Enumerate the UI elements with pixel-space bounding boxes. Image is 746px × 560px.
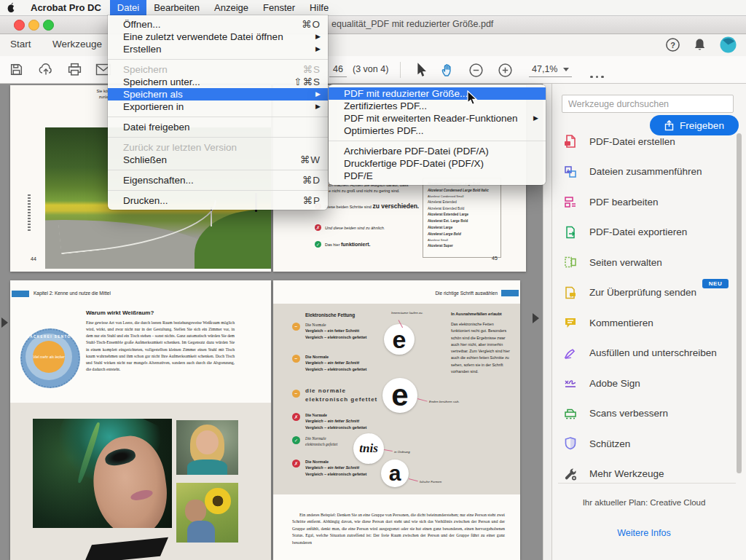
submenu-item-pdf-x[interactable]: Druckfertige PDF-Datei (PDF/X)	[329, 157, 546, 170]
share-icon	[664, 120, 674, 131]
notifications-bell-icon[interactable]	[692, 37, 707, 52]
page47-header: Die richtige Schrift auswählen	[435, 291, 498, 296]
sidebar-scrollbar[interactable]	[737, 133, 742, 473]
zoom-level-control[interactable]: 47,1%	[529, 62, 572, 77]
submenu-arrow-icon: ▶	[315, 43, 321, 55]
sidebar-item-organize-pages[interactable]: Seiten verwalten	[552, 250, 746, 275]
menu-item-drucken[interactable]: Drucken...⌘P	[108, 194, 328, 207]
mouse-cursor	[467, 90, 479, 106]
menu-item-speichern-unter[interactable]: Speichern unter...⇧⌘S	[108, 76, 328, 88]
chapter-marker	[12, 291, 29, 297]
glyph-annotation: in Ordnung	[394, 450, 410, 454]
sidebar-item-comment[interactable]: Kommentieren	[552, 310, 746, 335]
error-icon: ✗	[292, 460, 300, 468]
help-icon[interactable]: ?	[665, 37, 680, 52]
save-icon[interactable]	[9, 62, 24, 77]
more-options-icon[interactable]	[590, 68, 607, 81]
aside-heading: In Ausnahmefällen erlaubt	[451, 311, 514, 317]
menubar-item-hilfe[interactable]: Hilfe	[302, 0, 336, 15]
zoom-out-icon[interactable]	[468, 63, 484, 78]
user-avatar[interactable]	[720, 36, 737, 53]
fettung-entry: Die Normale Vergleich – ein fetter Schni…	[305, 412, 366, 430]
submenu-item-zertifiziertes-pdf[interactable]: Zertifiziertes PDF...	[329, 100, 546, 112]
submenu-item-reader-funktionen[interactable]: PDF mit erweiterten Reader-Funktionen▶	[329, 112, 546, 125]
page47-paragraph: Ein anderes Beispiel: Denken Sie an eine…	[292, 512, 505, 546]
print-icon[interactable]	[67, 62, 82, 77]
close-window-button[interactable]	[14, 20, 25, 31]
glyph-annotation: Enden berühren sich.	[429, 400, 460, 403]
glyph-circle-e1: e	[384, 324, 415, 355]
enhance-scans-icon	[563, 406, 578, 421]
toolbar-divider	[400, 62, 401, 78]
macos-menubar: Acrobat Pro DC Datei Bearbeiten Anzeige …	[0, 0, 746, 16]
check-icon: ✓	[292, 436, 300, 444]
menu-divider	[108, 59, 328, 60]
sidebar-divider	[558, 483, 736, 484]
sidebar-item-edit-pdf[interactable]: PDF bearbeiten	[552, 189, 746, 214]
save-as-submenu: PDF mit reduzierter Größe... Zertifizier…	[329, 84, 546, 185]
menu-item-exportieren-in[interactable]: Exportieren in▶	[108, 100, 328, 113]
page46-heading: Warum wirkt Weißraum?	[86, 309, 154, 316]
minimize-window-button[interactable]	[28, 20, 39, 31]
submenu-item-pdf-a[interactable]: Archivierbare PDF-Datei (PDF/A)	[329, 145, 546, 157]
menu-item-speichern-als[interactable]: Speichern als▶	[108, 88, 328, 100]
menu-divider	[108, 117, 328, 117]
page46-body: Eine gewisse Art von Leere, die durch le…	[86, 320, 235, 373]
submenu-item-pdf-reduzierte-groesse[interactable]: PDF mit reduzierter Größe...	[329, 87, 546, 100]
page-count-label: (3 von 4)	[353, 64, 388, 74]
apple-logo-icon	[7, 2, 16, 13]
sidebar-item-protect[interactable]: Schützen	[552, 431, 746, 456]
sidebar-item-fill-sign[interactable]: Ausfüllen und unterschreiben	[552, 341, 746, 366]
portrait-photo	[33, 419, 172, 528]
menu-item-zuletzt-verwendet[interactable]: Eine zuletzt verwendete Datei öffnen▶	[108, 31, 328, 43]
menubar-item-anzeige[interactable]: Anzeige	[207, 0, 256, 15]
adobe-sign-icon	[563, 376, 578, 390]
file-menu: Öffnen...⌘O Eine zuletzt verwendete Date…	[108, 15, 328, 210]
submenu-item-pdf-e[interactable]: PDF/E	[329, 170, 546, 182]
menu-item-schliessen[interactable]: Schließen⌘W	[108, 154, 328, 166]
page45-point2: Und diese beiden sind zu ähnlich.	[325, 225, 420, 231]
sidebar-item-adobe-sign[interactable]: Adobe Sign	[552, 371, 746, 395]
previous-view-arrow-icon[interactable]	[1, 318, 8, 328]
combine-files-icon	[563, 165, 578, 179]
edit-pdf-icon	[563, 194, 578, 209]
menu-item-eigenschaften[interactable]: Eigenschaften...⌘D	[108, 174, 328, 186]
chapter-marker	[501, 290, 519, 296]
bakery-seal-badge: BÄCKEREI SENTO Viel mehr als lecker	[20, 328, 77, 385]
select-tool-icon[interactable]	[414, 62, 428, 78]
sidebar-item-export-pdf[interactable]: PDF-Datei exportieren	[552, 220, 746, 245]
send-for-review-icon	[563, 285, 578, 300]
menu-item-oeffnen[interactable]: Öffnen...⌘O	[108, 18, 328, 31]
hand-tool-icon[interactable]	[439, 61, 457, 79]
zoom-in-icon[interactable]	[498, 63, 513, 78]
glyph-circle-a: a	[381, 460, 409, 487]
menu-item-speichern: Speichern⌘S	[108, 63, 328, 76]
apple-menu-icon[interactable]	[0, 2, 22, 13]
glyph-circle-e2: e	[382, 378, 417, 413]
sunflower-photo	[176, 483, 238, 543]
page45-point3: Das hier funktioniert.	[325, 241, 420, 249]
sidebar-item-enhance-scans[interactable]: Scans verbessern	[552, 401, 746, 426]
warn-icon: −	[292, 323, 300, 331]
menubar-item-bearbeiten[interactable]: Bearbeiten	[146, 0, 207, 15]
tab-start[interactable]: Start	[10, 39, 31, 50]
submenu-item-optimiertes-pdf[interactable]: Optimiertes PDF...	[329, 125, 546, 137]
menu-item-erstellen[interactable]: Erstellen▶	[108, 43, 328, 55]
more-tools-wrench-icon	[563, 467, 578, 481]
font-sample-box: Akzelerat Condensed Large Bold Akzelerat…	[423, 178, 501, 258]
zoom-window-button[interactable]	[43, 20, 54, 31]
tab-werkzeuge[interactable]: Werkzeuge	[52, 39, 102, 50]
more-info-link[interactable]: Weitere Infos	[552, 528, 736, 538]
search-input[interactable]	[562, 95, 734, 113]
menu-item-datei-freigeben[interactable]: Datei freigeben	[108, 121, 328, 133]
app-name: Acrobat Pro DC	[22, 0, 110, 15]
cloud-upload-icon[interactable]	[38, 62, 54, 77]
share-button[interactable]: Freigeben	[650, 115, 739, 135]
menubar-item-datei[interactable]: Datei	[110, 0, 146, 15]
next-view-arrow-icon[interactable]	[533, 313, 539, 323]
sidebar-item-combine-files[interactable]: Dateien zusammenführen	[552, 159, 746, 184]
page44-number: 44	[31, 256, 36, 261]
page-number-input[interactable]: 46	[329, 62, 347, 77]
menu-divider	[108, 137, 328, 138]
menubar-item-fenster[interactable]: Fenster	[256, 0, 302, 15]
